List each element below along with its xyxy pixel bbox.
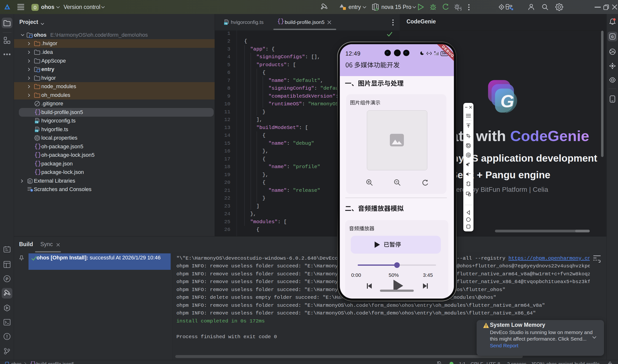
svg-text:TS: TS bbox=[35, 121, 38, 123]
svg-text:G: G bbox=[611, 35, 614, 39]
svg-text:G: G bbox=[500, 91, 514, 111]
svg-text:TS: TS bbox=[224, 22, 227, 25]
svg-text:P: P bbox=[6, 277, 8, 281]
svg-text:TS: TS bbox=[35, 130, 38, 132]
